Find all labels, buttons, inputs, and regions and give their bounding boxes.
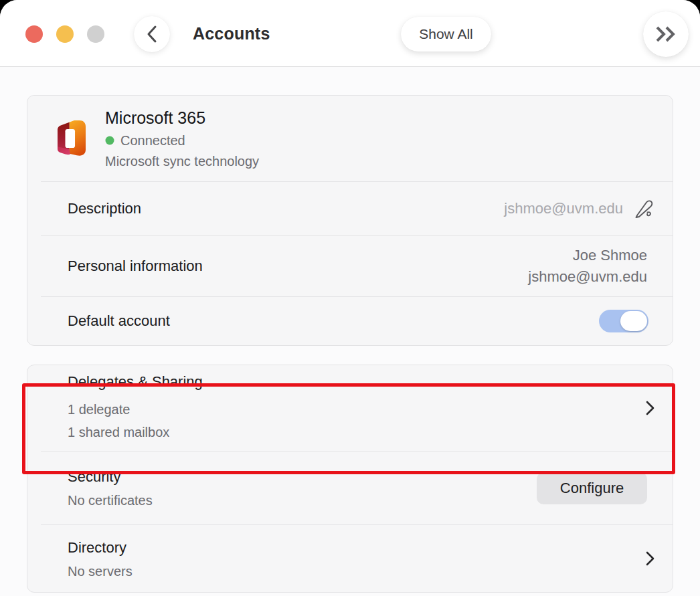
personal-info-row: Personal information Joe Shmoe jshmoe@uv… (27, 236, 673, 296)
connection-status-label: Connected (120, 133, 185, 148)
close-window-button[interactable] (25, 25, 43, 43)
accounts-content: Microsoft 365 Connected Microsoft sync t… (0, 95, 700, 596)
description-label: Description (68, 200, 141, 217)
account-header: Microsoft 365 Connected Microsoft sync t… (27, 96, 673, 181)
account-name: Microsoft 365 (105, 108, 259, 128)
accounts-window: Accounts Show All (0, 0, 700, 596)
personal-name: Joe Shmoe (528, 245, 647, 266)
chevron-left-icon (146, 25, 158, 43)
personal-info-label: Personal information (68, 258, 203, 275)
edit-pencil-icon[interactable] (632, 197, 655, 221)
delegates-sharing-label: Delegates & Sharing (68, 373, 659, 391)
forward-button[interactable] (643, 11, 689, 57)
default-account-row: Default account (27, 297, 673, 345)
titlebar: Accounts Show All (0, 0, 700, 67)
double-chevron-right-icon (654, 25, 677, 43)
default-account-label: Default account (68, 312, 170, 330)
delegates-sharing-row[interactable]: Delegates & Sharing 1 delegate 1 shared … (27, 365, 673, 451)
description-value: jshmoe@uvm.edu (504, 200, 623, 217)
chevron-right-icon (646, 400, 655, 416)
show-all-label: Show All (419, 26, 473, 42)
zoom-window-button (87, 25, 104, 43)
settings-card: Delegates & Sharing 1 delegate 1 shared … (27, 365, 673, 593)
show-all-button[interactable]: Show All (401, 17, 491, 52)
toggle-knob (620, 311, 647, 331)
account-header-text: Microsoft 365 Connected Microsoft sync t… (105, 108, 259, 169)
back-button[interactable] (134, 16, 170, 52)
security-status: No certificates (68, 493, 153, 508)
security-row: Security No certificates Configure (27, 452, 673, 524)
directory-label: Directory (68, 539, 659, 557)
sync-technology-label: Microsoft sync technology (105, 154, 259, 169)
description-row: Description jshmoe@uvm.edu (27, 182, 673, 235)
delegate-count: 1 delegate (68, 398, 659, 421)
status-dot-icon (105, 136, 114, 145)
configure-button-label: Configure (560, 480, 624, 497)
chevron-right-icon (646, 551, 655, 567)
directory-status: No servers (68, 564, 659, 579)
configure-button[interactable]: Configure (537, 472, 647, 504)
default-account-toggle[interactable] (599, 310, 648, 332)
traffic-lights (25, 25, 104, 43)
page-title: Accounts (193, 0, 270, 67)
account-card: Microsoft 365 Connected Microsoft sync t… (27, 95, 673, 346)
connection-status: Connected (105, 133, 259, 148)
security-label: Security (68, 468, 153, 486)
minimize-window-button[interactable] (56, 25, 74, 43)
personal-email: jshmoe@uvm.edu (528, 266, 647, 288)
microsoft-365-logo-icon (53, 118, 90, 159)
directory-row[interactable]: Directory No servers (27, 525, 673, 592)
shared-mailbox-count: 1 shared mailbox (68, 421, 659, 443)
